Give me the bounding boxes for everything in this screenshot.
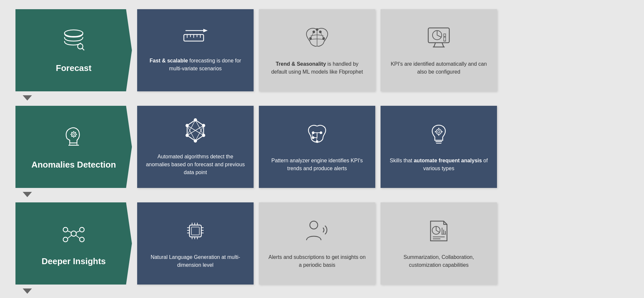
brain-network-icon xyxy=(304,25,330,54)
network-circle-icon xyxy=(61,220,87,250)
anomalies-feature-2: Pattern analyzer engine identifies KPI's… xyxy=(259,106,375,188)
anomalies-category-block: Anomalies Detection xyxy=(15,106,132,188)
forecast-feature-1-text: Fast & scalable forecasting is done for … xyxy=(145,57,245,73)
cell-anomalies-3: Skills that automate frequent analysis o… xyxy=(381,106,497,188)
row3-connector xyxy=(13,287,500,296)
forecast-feature-2: Trend & Seasonality is handled by defaul… xyxy=(259,9,375,91)
person-sound-icon xyxy=(304,218,330,247)
chip-icon xyxy=(182,218,209,247)
insights-feature-1: Natural Language Generation at multi-dim… xyxy=(137,202,254,285)
forecast-feature-1: Fast & scalable forecasting is done for … xyxy=(137,9,254,91)
monitor-chart-icon xyxy=(426,25,452,54)
lightbulb-gear-icon xyxy=(426,121,452,151)
insights-feature-3-text: Summarization, Collaboration, customizat… xyxy=(389,253,489,269)
cell-forecast-category: Forecast xyxy=(15,9,132,91)
row3-down-arrow xyxy=(23,288,32,294)
cell-forecast-2: Trend & Seasonality is handled by defaul… xyxy=(259,9,375,91)
brain-circuit-icon xyxy=(304,121,330,151)
doc-chart-icon xyxy=(426,218,452,247)
anomalies-feature-2-text: Pattern analyzer engine identifies KPI's… xyxy=(267,157,367,172)
anomalies-feature-1: Automated algorithms detect the anomalie… xyxy=(137,106,254,188)
cell-insights-3: Summarization, Collaboration, customizat… xyxy=(381,202,497,285)
insights-feature-3: Summarization, Collaboration, customizat… xyxy=(381,202,497,285)
cell-anomalies-category: Anomalies Detection xyxy=(15,106,132,188)
anomalies-feature-1-text: Automated algorithms detect the anomalie… xyxy=(145,153,245,176)
insights-title: Deeper Insights xyxy=(41,256,106,266)
insights-category-block: Deeper Insights xyxy=(15,202,132,285)
cell-insights-2: Alerts and subscriptions to get insights… xyxy=(259,202,375,285)
network-nodes-icon xyxy=(182,117,209,147)
row1-connector xyxy=(13,94,500,103)
cell-forecast-3: KPI's are identified automatically and c… xyxy=(381,9,497,91)
insights-feature-2: Alerts and subscriptions to get insights… xyxy=(259,202,375,285)
ruler-arrow-icon xyxy=(182,28,209,51)
anomalies-title: Anomalies Detection xyxy=(31,160,116,170)
row2-arrow xyxy=(15,191,137,197)
cell-anomalies-1: Automated algorithms detect the anomalie… xyxy=(137,106,254,188)
insights-feature-2-text: Alerts and subscriptions to get insights… xyxy=(267,253,367,269)
cell-forecast-1: Fast & scalable forecasting is done for … xyxy=(137,9,254,91)
main-grid: Forecast Fast & scalable forecasting is … xyxy=(6,0,638,298)
row3-arrow xyxy=(15,287,137,294)
row1-arrow xyxy=(15,94,137,101)
anomalies-feature-3: Skills that automate frequent analysis o… xyxy=(381,106,497,188)
cell-insights-1: Natural Language Generation at multi-dim… xyxy=(137,202,254,285)
cell-insights-category: Deeper Insights xyxy=(15,202,132,285)
row1-down-arrow xyxy=(23,95,32,101)
row2-connector xyxy=(13,191,500,200)
forecast-title: Forecast xyxy=(56,63,91,73)
forecast-feature-3: KPI's are identified automatically and c… xyxy=(381,9,497,91)
cell-anomalies-2: Pattern analyzer engine identifies KPI's… xyxy=(259,106,375,188)
insights-feature-1-text: Natural Language Generation at multi-dim… xyxy=(145,253,245,269)
forecast-feature-3-text: KPI's are identified automatically and c… xyxy=(389,60,489,76)
head-gear-icon xyxy=(61,124,87,154)
forecast-icon xyxy=(61,27,87,57)
anomalies-feature-3-text: Skills that automate frequent analysis o… xyxy=(389,157,489,172)
forecast-category-block: Forecast xyxy=(15,9,132,91)
forecast-feature-2-text: Trend & Seasonality is handled by defaul… xyxy=(267,60,367,76)
row2-down-arrow xyxy=(23,192,32,197)
